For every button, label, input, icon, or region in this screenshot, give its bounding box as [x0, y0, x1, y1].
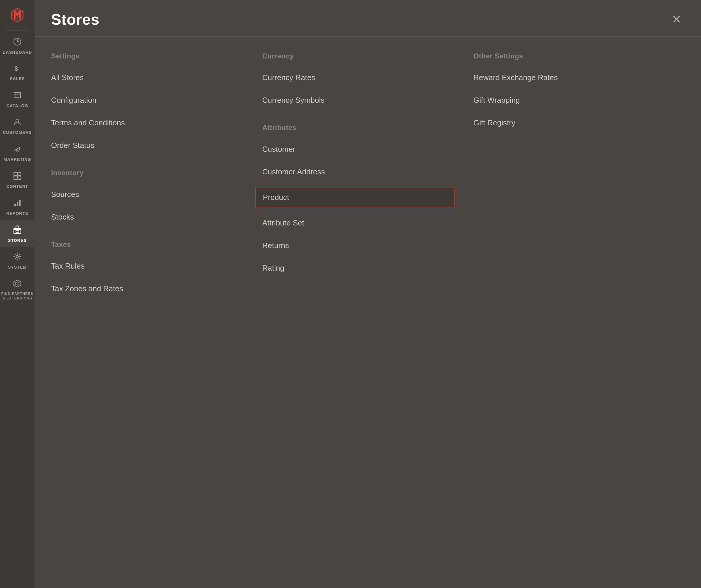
menu-item-reward-exchange-rates[interactable]: Reward Exchange Rates — [473, 71, 673, 84]
svg-rect-7 — [14, 176, 17, 179]
reports-icon — [13, 198, 22, 209]
menu-item-configuration[interactable]: Configuration — [51, 93, 251, 107]
menu-item-currency-symbols[interactable]: Currency Symbols — [262, 93, 462, 107]
stores-icon — [13, 225, 22, 236]
sidebar-item-catalog[interactable]: CATALOG — [0, 85, 35, 113]
menu-item-currency-rates[interactable]: Currency Rates — [262, 71, 462, 84]
sidebar-item-system[interactable]: SYSTEM — [0, 247, 35, 274]
sidebar-item-marketing-label: MARKETING — [4, 157, 31, 162]
extensions-icon — [13, 279, 22, 289]
modal-title: Stores — [51, 11, 99, 28]
svg-marker-16 — [16, 282, 19, 285]
main-panel: Stores ✕ Settings All Stores Configurati… — [35, 0, 701, 588]
settings-heading: Settings — [51, 52, 251, 60]
svg-text:$: $ — [14, 65, 18, 72]
logo-area[interactable] — [0, 0, 35, 29]
sidebar-item-reports-label: REPORTS — [6, 211, 28, 216]
other-settings-column: Other Settings Reward Exchange Rates Gif… — [473, 52, 685, 573]
system-icon — [13, 252, 22, 262]
currency-heading: Currency — [262, 52, 462, 60]
menu-item-customer[interactable]: Customer — [262, 142, 462, 156]
menu-item-order-status[interactable]: Order Status — [51, 139, 251, 152]
catalog-icon — [13, 91, 22, 101]
attributes-heading: Attributes — [262, 124, 462, 132]
sidebar-item-customers-label: CUSTOMERS — [3, 130, 32, 135]
sidebar-item-sales[interactable]: $ SALES — [0, 59, 35, 85]
sidebar-item-extensions[interactable]: FIND PARTNERS & EXTENSIONS — [0, 274, 35, 305]
sidebar-item-content[interactable]: CONTENT — [0, 166, 35, 193]
currency-column: Currency Currency Rates Currency Symbols… — [262, 52, 474, 573]
sidebar-item-sales-label: SALES — [10, 76, 25, 81]
menu-item-stocks[interactable]: Stocks — [51, 210, 251, 224]
sidebar: DASHBOARD $ SALES CATALOG CUSTOMERS MARK… — [0, 0, 35, 588]
modal-header: Stores ✕ — [35, 0, 701, 37]
svg-rect-6 — [18, 172, 21, 176]
sidebar-item-extensions-label: FIND PARTNERS & EXTENSIONS — [1, 292, 33, 300]
menu-item-returns[interactable]: Returns — [262, 239, 462, 252]
sales-icon: $ — [13, 64, 21, 74]
menu-item-customer-address[interactable]: Customer Address — [262, 165, 462, 179]
dashboard-icon — [13, 37, 22, 47]
svg-rect-13 — [16, 230, 19, 232]
svg-point-1 — [17, 41, 18, 42]
menu-item-terms-conditions[interactable]: Terms and Conditions — [51, 116, 251, 130]
sidebar-item-marketing[interactable]: MARKETING — [0, 139, 35, 166]
sidebar-item-customers[interactable]: CUSTOMERS — [0, 112, 35, 139]
sidebar-item-catalog-label: CATALOG — [6, 103, 28, 108]
svg-rect-5 — [14, 172, 17, 176]
svg-point-4 — [16, 119, 19, 122]
stores-modal: Stores ✕ Settings All Stores Configurati… — [35, 0, 701, 588]
menu-item-sources[interactable]: Sources — [51, 188, 251, 201]
menu-item-tax-rules[interactable]: Tax Rules — [51, 259, 251, 273]
svg-point-14 — [16, 255, 18, 258]
sidebar-item-system-label: SYSTEM — [8, 265, 27, 270]
sidebar-item-stores-label: STORES — [8, 238, 26, 243]
sidebar-item-reports[interactable]: REPORTS — [0, 193, 35, 220]
menu-item-rating[interactable]: Rating — [262, 261, 462, 275]
menu-item-gift-wrapping[interactable]: Gift Wrapping — [473, 93, 673, 107]
menu-item-tax-zones-rates[interactable]: Tax Zones and Rates — [51, 282, 251, 296]
other-settings-heading: Other Settings — [473, 52, 673, 60]
menu-item-product[interactable]: Product — [255, 188, 455, 207]
svg-rect-11 — [19, 200, 21, 206]
settings-column: Settings All Stores Configuration Terms … — [51, 52, 262, 573]
svg-rect-3 — [14, 92, 21, 98]
sidebar-item-content-label: CONTENT — [6, 184, 28, 189]
svg-rect-8 — [18, 176, 21, 179]
marketing-icon — [13, 145, 22, 155]
menu-item-attribute-set[interactable]: Attribute Set — [262, 216, 462, 230]
sidebar-item-dashboard[interactable]: DASHBOARD — [0, 32, 35, 59]
content-icon — [13, 171, 22, 182]
taxes-heading: Taxes — [51, 240, 251, 249]
menu-item-gift-registry[interactable]: Gift Registry — [473, 116, 673, 130]
magento-logo-icon — [9, 6, 26, 23]
close-button[interactable]: ✕ — [669, 12, 685, 26]
modal-body: Settings All Stores Configuration Terms … — [35, 37, 701, 588]
sidebar-item-dashboard-label: DASHBOARD — [3, 50, 32, 55]
menu-item-all-stores[interactable]: All Stores — [51, 71, 251, 84]
svg-rect-10 — [17, 202, 18, 206]
sidebar-item-stores[interactable]: STORES — [0, 220, 35, 247]
inventory-heading: Inventory — [51, 169, 251, 177]
svg-marker-15 — [14, 280, 21, 287]
svg-rect-9 — [14, 204, 16, 206]
customers-icon — [13, 118, 22, 128]
sidebar-divider-top — [5, 30, 30, 31]
